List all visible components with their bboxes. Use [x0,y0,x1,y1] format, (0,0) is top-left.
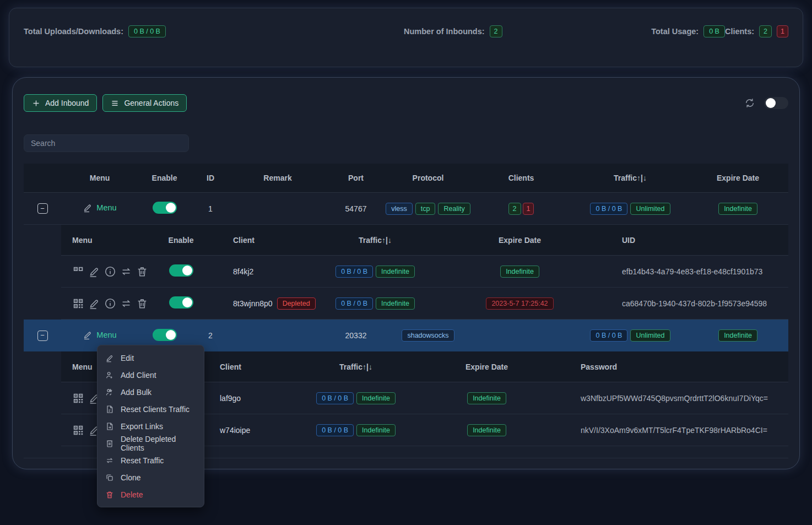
client-traffic: 0 B / 0 B Indefinite [301,297,450,310]
stat-clients-active-badge: 2 [759,25,772,37]
inbound-1-clients: 2 1 [469,203,573,215]
stat-uploads-label: Total Uploads/Downloads: [24,27,123,36]
menu-item-label: Add Bulk [121,388,151,397]
header-traffic[interactable]: Traffic↑|↓ [287,362,425,371]
client-row-8f4kj2: 8f4kj2 0 B / 0 B Indefinite Indefinite e… [61,256,788,288]
stat-usage-value: 0 B [703,25,725,37]
client-traffic: 0 B / 0 B Indefinite [287,424,425,436]
client-actions [61,297,152,310]
stats-panel: Total Uploads/Downloads: 0 B / 0 B Numbe… [9,8,803,67]
menu-item-export-links[interactable]: Export Links [98,418,204,435]
client-name: w74ioipe [220,426,250,435]
qr-code-button[interactable] [72,392,84,404]
client-name: 8f4kj2 [233,267,253,276]
client-enable-toggle[interactable] [169,296,193,308]
reset-arrows-icon [120,266,132,278]
edit-pencil-icon [83,330,93,340]
reset-arrows-icon [105,456,114,465]
inbound-1-id: 1 [191,204,230,213]
header-traffic[interactable]: Traffic↑|↓ [301,236,450,245]
client-expire: 2023-5-7 17:25:42 [450,297,590,310]
protocol-tag-shadowsocks: shadowsocks [402,329,454,342]
qr-code-button[interactable] [72,297,84,310]
menu-item-label: Delete [121,490,143,499]
edit-client-button[interactable] [88,266,100,278]
header-expire-date: Expire Date [425,362,549,371]
client-expire: Indefinite [450,266,590,278]
client-traffic: 0 B / 0 B Indefinite [287,392,425,404]
refresh-button[interactable] [744,98,755,109]
client-info-button[interactable] [104,297,116,310]
inbounds-table-header: Menu Enable ID Remark Port Protocol Clie… [24,164,788,193]
reset-arrows-icon [120,297,132,310]
header-uid: UID [590,236,788,245]
general-actions-button[interactable]: General Actions [102,94,187,112]
inbound-2-traffic: 0 B / 0 B Unlimited [573,329,688,342]
toggle-knob [766,98,776,108]
menu-item-delete-depleted-clients[interactable]: Delete Depleted Clients [98,435,204,452]
expire-badge-expired: 2023-5-7 17:25:42 [486,297,553,310]
collapse-row-button[interactable]: − [37,203,48,214]
dark-mode-toggle[interactable] [764,97,788,109]
inbound-2-expire: Indefinite [688,329,788,342]
protocol-tag-tcp: tcp [415,203,436,215]
users-bulk-icon [105,388,114,397]
client-uid: ca68470b-1940-437d-802b-1f9573e94598 [590,299,788,308]
edit-pencil-icon [83,203,93,213]
search-input[interactable] [24,134,189,152]
inbound-2-id: 2 [191,331,230,340]
qr-code-button[interactable] [72,424,84,436]
expire-badge: Indefinite [467,392,506,404]
traffic-limit-badge: Unlimited [630,203,670,215]
toggle-knob [166,330,176,340]
menu-item-reset-traffic[interactable]: Reset Traffic [98,452,204,469]
protocol-tag-reality: Reality [438,203,470,215]
expire-badge: Indefinite [500,266,539,278]
delete-client-button[interactable] [136,266,148,278]
menu-item-label: Edit [121,354,134,362]
menu-item-delete[interactable]: Delete [98,486,204,503]
info-circle-icon [104,297,116,310]
menu-item-reset-clients-traffic[interactable]: Reset Clients Traffic [98,400,204,418]
inbound-2-menu-button[interactable]: Menu [83,330,116,340]
client-expire: Indefinite [425,392,549,404]
header-clients: Clients [469,174,573,182]
traffic-badge: 0 B / 0 B [590,203,627,215]
menu-item-add-bulk[interactable]: Add Bulk [98,383,204,400]
client-info-button[interactable] [104,266,116,278]
inbound-2-enable-toggle[interactable] [153,329,177,341]
client-uid: efb14b43-4a79-4e83-ef18-e48cf1901b73 [590,267,788,276]
reset-client-traffic-button[interactable] [120,297,132,310]
inbound-1-enable-toggle[interactable] [153,202,177,214]
header-port: Port [325,174,387,182]
menu-item-label: Reset Traffic [121,456,164,465]
header-remark: Remark [230,174,325,182]
collapse-row-button[interactable]: − [37,331,48,341]
trash-icon [136,266,148,278]
traffic-badge: 0 B / 0 B [316,424,354,436]
client-name: 8t3wjnn8p0 [233,299,273,308]
stat-uploads-value: 0 B / 0 B [128,25,166,37]
edit-client-button[interactable] [88,297,100,310]
client-row-8t3wjnn8p0: 8t3wjnn8p0 Depleted 0 B / 0 B Indefinite… [61,288,788,320]
inbound-1-menu-button[interactable]: Menu [83,203,116,213]
client-actions [61,266,152,278]
reset-client-traffic-button[interactable] [120,266,132,278]
stat-usage-label: Total Usage: [651,27,699,36]
delete-client-button[interactable] [136,297,148,310]
user-add-icon [105,371,114,380]
qr-code-button[interactable] [72,266,84,278]
client-enable-toggle[interactable] [169,264,193,277]
header-enable: Enable [152,236,210,245]
menu-item-add-client[interactable]: Add Client [98,366,204,383]
file-reset-icon [105,405,114,414]
clone-icon [105,473,114,482]
expire-badge: Indefinite [718,329,757,342]
menu-item-clone[interactable]: Clone [98,469,204,486]
stat-clients-depleted-badge: 1 [777,25,788,37]
add-inbound-button[interactable]: Add Inbound [24,94,97,112]
header-traffic[interactable]: Traffic↑|↓ [573,174,688,182]
qr-code-icon [72,266,84,278]
menu-item-edit[interactable]: Edit [98,349,204,366]
header-protocol: Protocol [387,174,469,182]
